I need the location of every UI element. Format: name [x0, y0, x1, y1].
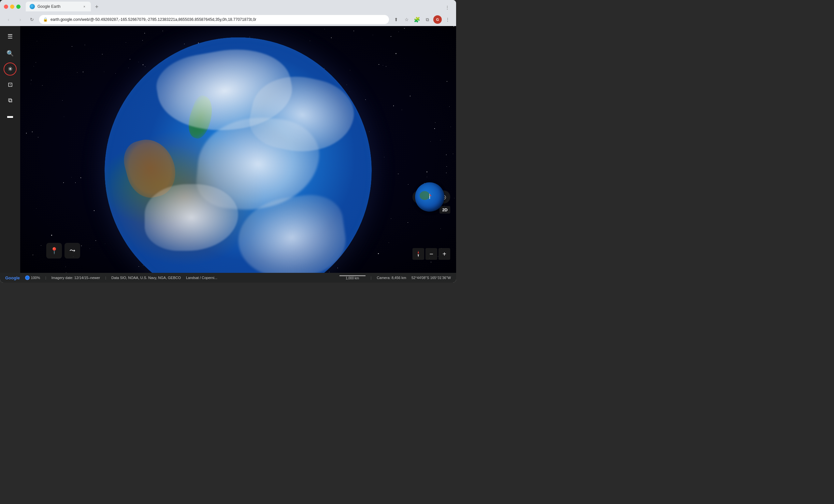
new-tab-button[interactable]: + [92, 2, 101, 12]
tab-bar: Google Earth × + ⋮ [23, 2, 452, 12]
main-content: ☰ 🔍 ✳ ⊡ ⧉ ▬ [0, 26, 456, 273]
search-icon: 🔍 [6, 50, 14, 57]
scale-bar: 1,000 km [339, 275, 366, 280]
menu-icon: ☰ [7, 33, 13, 40]
mini-globe[interactable] [415, 182, 444, 212]
forward-icon: › [20, 17, 21, 22]
scale-line: 1,000 km [339, 275, 366, 280]
tab-close-button[interactable]: × [82, 4, 87, 9]
layers-icon: ⧉ [8, 97, 13, 104]
status-bar: Google 100% | Imagery date: 12/14/15–new… [0, 273, 456, 282]
mini-globe-marker [428, 194, 432, 200]
star-icon: ☆ [404, 17, 409, 22]
tab-more-button[interactable]: ⋮ [442, 4, 452, 12]
loading-percent: 100% [31, 276, 40, 280]
voyager-icon: ✳ [8, 65, 13, 73]
active-tab[interactable]: Google Earth × [26, 2, 91, 12]
sidebar-voyager-button[interactable]: ✳ [4, 63, 17, 75]
split-icon: ⧉ [426, 17, 429, 22]
earth-viewport[interactable]: 📍 ⤳ 🧍 ◎ 2D [20, 26, 456, 273]
tab-title: Google Earth [38, 4, 79, 9]
scale-rule [339, 275, 366, 276]
more-button[interactable]: ⋮ [443, 15, 452, 24]
imagery-date: Imagery date: 12/14/15–newer [51, 276, 100, 280]
toolbar-actions: ⬆ ☆ 🧩 ⧉ G ⋮ [392, 15, 452, 24]
data-source: Data SIO, NOAA, U.S. Navy, NGA, GEBCO [111, 276, 181, 280]
sidebar-measure-button[interactable]: ▬ [4, 109, 17, 122]
avatar-initial: G [436, 18, 439, 22]
right-panel: 🧍 ◎ 2D [413, 26, 450, 263]
sidebar: ☰ 🔍 ✳ ⊡ ⧉ ▬ [0, 26, 20, 273]
google-logo: Google [5, 275, 20, 280]
more-icon: ⋮ [445, 17, 450, 22]
coordinates: 52°44'08"S 165°31'36"W [412, 276, 451, 280]
loading-indicator: 100% [25, 275, 40, 280]
sidebar-projects-button[interactable]: ⊡ [4, 78, 17, 91]
tab-favicon [30, 4, 35, 9]
close-button[interactable] [4, 4, 8, 9]
pin-icon: 📍 [50, 247, 58, 255]
svg-marker-0 [418, 251, 419, 254]
mini-globe-container [415, 182, 444, 212]
split-view-button[interactable]: ⧉ [423, 15, 432, 24]
back-icon: ‹ [8, 17, 9, 22]
refresh-icon: ↻ [30, 17, 34, 22]
scale-label: 1,000 km [346, 276, 359, 280]
measure-icon: ▬ [7, 113, 13, 119]
sidebar-menu-button[interactable]: ☰ [4, 30, 17, 43]
url-bar[interactable]: 🔒 earth.google.com/web/@-50.49269287,-16… [39, 15, 389, 24]
add-pin-button[interactable]: 📍 [46, 243, 62, 258]
loading-dot [25, 275, 30, 280]
imagery-source: Landsat / Coperni... [186, 276, 217, 280]
back-button[interactable]: ‹ [4, 15, 13, 24]
sidebar-layers-button[interactable]: ⧉ [4, 94, 17, 107]
minimize-button[interactable] [10, 4, 14, 9]
camera-distance: Camera: 8,456 km [377, 276, 406, 280]
url-text: earth.google.com/web/@-50.49269287,-165.… [50, 17, 385, 22]
refresh-button[interactable]: ↻ [27, 15, 37, 24]
share-icon: ⬆ [394, 17, 398, 22]
forward-button[interactable]: › [16, 15, 25, 24]
compass[interactable] [413, 248, 424, 260]
zoom-controls: − + [413, 248, 450, 260]
zoom-in-button[interactable]: + [439, 248, 450, 260]
bookmark-button[interactable]: ☆ [402, 15, 411, 24]
route-icon: ⤳ [69, 247, 75, 255]
profile-avatar[interactable]: G [433, 15, 442, 24]
title-bar: Google Earth × + ⋮ [0, 0, 456, 13]
zoom-out-button[interactable]: − [425, 248, 437, 260]
extensions-icon: 🧩 [414, 17, 420, 23]
window-controls [4, 4, 21, 9]
cloud-system-3 [145, 184, 238, 251]
sidebar-search-button[interactable]: 🔍 [4, 47, 17, 60]
lock-icon: 🔒 [43, 17, 48, 22]
address-bar: ‹ › ↻ 🔒 earth.google.com/web/@-50.492692… [0, 13, 456, 26]
maximize-button[interactable] [16, 4, 21, 9]
extensions-button[interactable]: 🧩 [413, 15, 421, 24]
svg-marker-1 [418, 254, 419, 257]
share-button[interactable]: ⬆ [392, 15, 401, 24]
projects-icon: ⊡ [8, 81, 13, 88]
map-toolbar: 📍 ⤳ [46, 243, 80, 258]
add-route-button[interactable]: ⤳ [65, 243, 80, 258]
